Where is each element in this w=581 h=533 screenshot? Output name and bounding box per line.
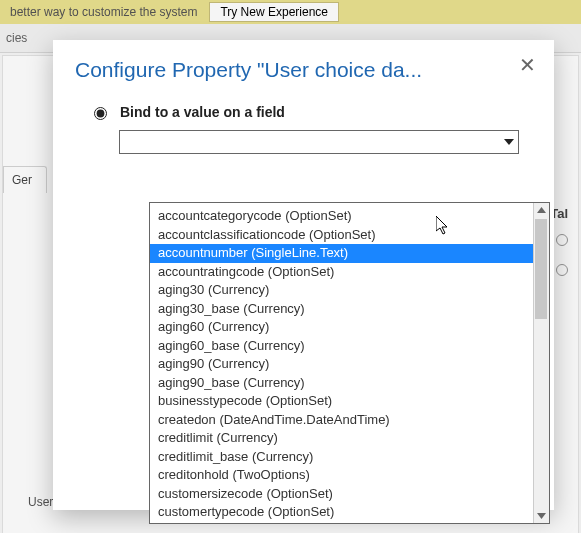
- field-option[interactable]: accountcategorycode (OptionSet): [150, 207, 533, 226]
- field-select-dropdown: accountcategorycode (OptionSet)accountcl…: [149, 202, 550, 524]
- scroll-down-icon[interactable]: [537, 513, 546, 519]
- bind-to-field-label: Bind to a value on a field: [120, 104, 285, 120]
- field-option[interactable]: customertypecode (OptionSet): [150, 503, 533, 522]
- bind-to-field-radio[interactable]: Bind to a value on a field: [89, 104, 532, 120]
- field-select[interactable]: [119, 130, 519, 154]
- field-option[interactable]: businesstypecode (OptionSet): [150, 392, 533, 411]
- close-icon[interactable]: ✕: [519, 55, 536, 75]
- svg-marker-2: [537, 513, 546, 519]
- chevron-down-icon: [504, 139, 514, 145]
- field-option[interactable]: description (Multiple): [150, 522, 533, 524]
- dialog-title: Configure Property "User choice da...: [75, 58, 505, 82]
- scroll-up-icon[interactable]: [537, 207, 546, 213]
- bind-to-field-radio-input[interactable]: [94, 107, 107, 120]
- field-option-list[interactable]: accountcategorycode (OptionSet)accountcl…: [150, 203, 533, 523]
- field-option[interactable]: creditlimit_base (Currency): [150, 448, 533, 467]
- field-option[interactable]: aging90 (Currency): [150, 355, 533, 374]
- field-option[interactable]: aging30 (Currency): [150, 281, 533, 300]
- scroll-thumb[interactable]: [535, 219, 547, 319]
- field-option[interactable]: customersizecode (OptionSet): [150, 485, 533, 504]
- field-option[interactable]: createdon (DateAndTime.DateAndTime): [150, 411, 533, 430]
- field-option[interactable]: aging30_base (Currency): [150, 300, 533, 319]
- dropdown-scrollbar[interactable]: [533, 203, 549, 523]
- field-option[interactable]: accountnumber (SingleLine.Text): [150, 244, 533, 263]
- svg-marker-1: [537, 207, 546, 213]
- field-option[interactable]: creditlimit (Currency): [150, 429, 533, 448]
- configure-property-dialog: Configure Property "User choice da... ✕ …: [53, 40, 554, 510]
- svg-marker-0: [504, 139, 514, 145]
- field-option[interactable]: aging60 (Currency): [150, 318, 533, 337]
- field-option[interactable]: accountratingcode (OptionSet): [150, 263, 533, 282]
- field-option[interactable]: accountclassificationcode (OptionSet): [150, 226, 533, 245]
- field-option[interactable]: creditonhold (TwoOptions): [150, 466, 533, 485]
- field-option[interactable]: aging60_base (Currency): [150, 337, 533, 356]
- field-option[interactable]: aging90_base (Currency): [150, 374, 533, 393]
